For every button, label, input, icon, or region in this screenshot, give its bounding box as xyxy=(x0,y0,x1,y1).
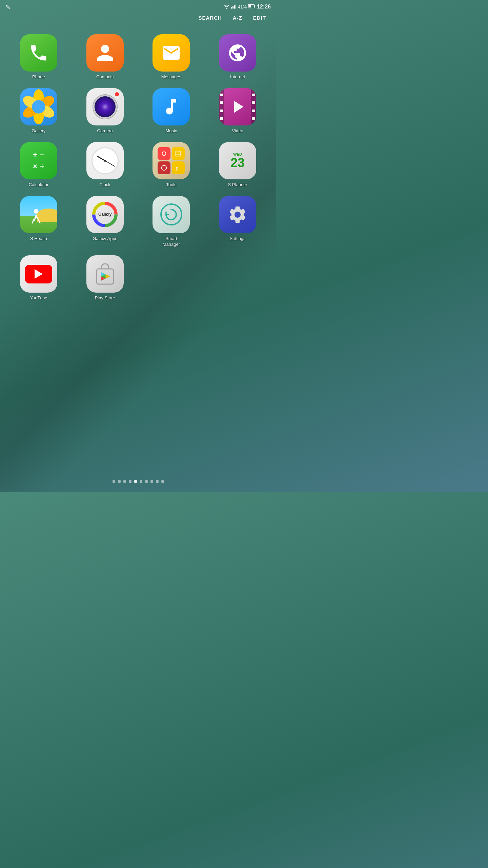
youtube-label: YouTube xyxy=(30,295,47,301)
phone-icon xyxy=(20,34,57,72)
svg-rect-6 xyxy=(248,5,251,8)
svg-point-20 xyxy=(162,165,167,170)
toolbar: SEARCH A-Z EDIT xyxy=(0,12,276,26)
page-dot-1[interactable] xyxy=(113,480,115,483)
app-messages[interactable]: Messages xyxy=(140,32,203,83)
app-internet[interactable]: Internet xyxy=(206,32,269,83)
app-galaxyapps[interactable]: Galaxy Galaxy Apps xyxy=(73,193,137,250)
phone-label: Phone xyxy=(32,74,45,80)
playstore-icon xyxy=(86,255,124,293)
settings-label: Settings xyxy=(230,236,246,242)
app-splanner[interactable]: WED 23 S Planner xyxy=(206,139,269,191)
camera-label: Camera xyxy=(97,128,113,134)
galaxyapps-icon: Galaxy xyxy=(86,196,124,233)
page-dot-8[interactable] xyxy=(150,480,153,483)
page-dot-5[interactable] xyxy=(134,480,137,483)
smartmanager-icon xyxy=(152,196,190,233)
page-dot-4[interactable] xyxy=(129,480,131,483)
az-button[interactable]: A-Z xyxy=(233,15,242,21)
search-button[interactable]: SEARCH xyxy=(198,15,222,21)
app-playstore[interactable]: Play Store xyxy=(73,253,137,304)
contacts-icon xyxy=(86,34,124,72)
settings-icon xyxy=(219,196,256,233)
galaxyapps-label: Galaxy Apps xyxy=(93,236,117,242)
gallery-label: Gallery xyxy=(32,128,45,134)
video-icon xyxy=(219,88,256,125)
app-clock[interactable]: Clock xyxy=(73,139,137,191)
playstore-label: Play Store xyxy=(95,295,115,301)
calculator-label: Calculator xyxy=(29,182,49,188)
video-label: Video xyxy=(232,128,243,134)
app-settings[interactable]: Settings xyxy=(206,193,269,250)
splanner-icon: WED 23 xyxy=(219,142,256,179)
splanner-label: S Planner xyxy=(228,182,247,188)
signal-icon xyxy=(231,4,237,10)
svg-point-13 xyxy=(32,100,45,114)
messages-label: Messages xyxy=(161,74,181,80)
music-icon xyxy=(152,88,190,125)
page-dot-6[interactable] xyxy=(140,480,142,483)
calculator-icon: + − × ÷ xyxy=(20,142,57,179)
app-gallery[interactable]: Gallery xyxy=(7,85,70,137)
svg-rect-2 xyxy=(234,5,235,8)
internet-icon xyxy=(219,34,256,72)
camera-icon xyxy=(86,88,124,125)
apps-grid: Phone Contacts Messages Internet xyxy=(0,26,276,309)
app-shealth[interactable]: S Health xyxy=(7,193,70,250)
tools-label: Tools xyxy=(166,182,176,188)
tools-icon: p xyxy=(152,142,190,179)
svg-marker-27 xyxy=(105,274,110,278)
svg-rect-0 xyxy=(231,7,232,8)
svg-text:p: p xyxy=(176,165,178,170)
battery-icon xyxy=(248,4,256,9)
app-music[interactable]: Music xyxy=(140,85,203,137)
contacts-label: Contacts xyxy=(96,74,114,80)
app-youtube[interactable]: YouTube xyxy=(7,253,70,304)
time-display: 12:26 xyxy=(257,4,271,10)
app-contacts[interactable]: Contacts xyxy=(73,32,137,83)
svg-point-22 xyxy=(34,209,38,214)
page-dot-10[interactable] xyxy=(161,480,164,483)
shealth-icon xyxy=(20,196,57,233)
smartmanager-label: Smart Manager xyxy=(163,236,180,248)
svg-rect-17 xyxy=(176,151,181,156)
gallery-icon xyxy=(20,88,57,125)
app-smartmanager[interactable]: Smart Manager xyxy=(140,193,203,250)
wifi-icon xyxy=(224,4,230,10)
internet-label: Internet xyxy=(230,74,245,80)
page-dot-9[interactable] xyxy=(156,480,159,483)
app-phone[interactable]: Phone xyxy=(7,32,70,83)
svg-rect-1 xyxy=(232,6,233,8)
svg-rect-3 xyxy=(235,4,236,8)
app-camera[interactable]: Camera xyxy=(73,85,137,137)
page-dot-2[interactable] xyxy=(118,480,121,483)
edit-button[interactable]: EDIT xyxy=(253,15,266,21)
battery-percent: 41% xyxy=(238,4,247,9)
youtube-icon xyxy=(20,255,57,293)
clock-label: Clock xyxy=(99,182,110,188)
page-dot-7[interactable] xyxy=(145,480,148,483)
app-calculator[interactable]: + − × ÷ Calculator xyxy=(7,139,70,191)
clock-icon xyxy=(86,142,124,179)
messages-icon xyxy=(152,34,190,72)
page-dot-3[interactable] xyxy=(123,480,126,483)
app-video[interactable]: Video xyxy=(206,85,269,137)
svg-point-14 xyxy=(162,152,166,155)
status-bar: ✎ 41% 12:26 xyxy=(0,0,276,12)
edit-icon: ✎ xyxy=(5,3,11,11)
music-label: Music xyxy=(165,128,177,134)
svg-rect-5 xyxy=(255,5,256,7)
page-dots xyxy=(0,475,276,488)
shealth-label: S Health xyxy=(30,236,47,242)
app-tools[interactable]: p Tools xyxy=(140,139,203,191)
